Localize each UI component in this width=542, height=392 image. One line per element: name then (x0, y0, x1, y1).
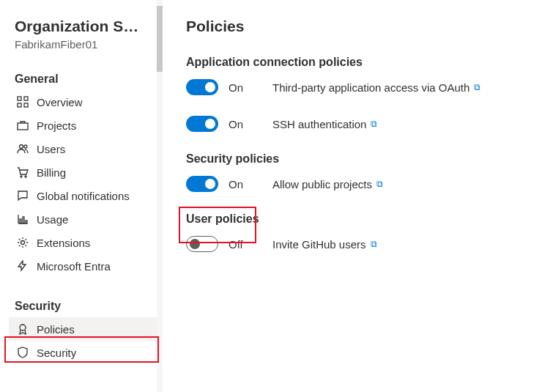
briefcase-icon (16, 119, 29, 132)
policy-row-oauth: On Third-party application access via OA… (186, 79, 527, 95)
users-icon (16, 142, 29, 155)
toggle-public-projects[interactable] (186, 176, 218, 192)
section-security-policies: Security policies (186, 152, 527, 166)
policy-desc-text: Invite GitHub users (272, 238, 366, 251)
grid-icon (16, 95, 29, 108)
chat-icon (16, 189, 29, 202)
svg-rect-4 (18, 123, 28, 130)
sidebar-item-notifications[interactable]: Global notifications (15, 184, 163, 207)
policy-row-public-projects: On Allow public projects ⧉ (186, 176, 527, 192)
svg-rect-11 (26, 221, 27, 223)
svg-rect-3 (24, 103, 28, 107)
sidebar-item-overview[interactable]: Overview (15, 90, 163, 114)
toggle-oauth[interactable] (186, 79, 218, 95)
org-settings-title: Organization S… (15, 18, 163, 35)
sidebar-item-extensions[interactable]: Extensions (15, 231, 163, 254)
gear-icon (16, 236, 29, 249)
svg-point-7 (21, 176, 22, 177)
badge-icon (16, 322, 29, 336)
section-general-header: General (15, 73, 163, 86)
section-security-header: Security (15, 300, 163, 313)
toggle-state-label: On (229, 118, 249, 130)
entra-icon (16, 259, 29, 273)
org-name: FabrikamFiber01 (15, 38, 163, 51)
sidebar-item-billing[interactable]: Billing (15, 160, 163, 184)
sidebar-item-label: Overview (37, 96, 83, 108)
sidebar-item-users[interactable]: Users (15, 137, 163, 160)
scrollbar-thumb[interactable] (157, 6, 163, 72)
sidebar-item-label: Policies (37, 323, 75, 336)
section-app-connection: Application connection policies (186, 56, 527, 69)
sidebar: Organization S… FabrikamFiber01 General … (0, 0, 163, 392)
policy-desc-text: Allow public projects (272, 178, 372, 191)
highlight-public-projects-toggle (179, 207, 256, 243)
sidebar-item-label: Projects (37, 119, 76, 132)
highlight-policies-nav (4, 336, 159, 363)
sidebar-item-label: Global notifications (37, 190, 130, 202)
svg-point-12 (21, 241, 25, 245)
policy-row-ssh: On SSH authentication ⧉ (186, 116, 527, 132)
sidebar-item-label: Extensions (37, 237, 90, 249)
cart-icon (16, 166, 29, 179)
svg-point-5 (20, 145, 23, 149)
svg-point-6 (24, 145, 27, 148)
toggle-ssh[interactable] (186, 116, 218, 132)
sidebar-scrollbar[interactable] (157, 0, 163, 392)
main-content: Policies Application connection policies… (163, 0, 542, 392)
sidebar-item-projects[interactable]: Projects (15, 114, 163, 137)
svg-point-13 (20, 325, 26, 330)
svg-rect-0 (18, 97, 21, 100)
svg-point-8 (25, 176, 26, 177)
policy-desc-text: Third-party application access via OAuth (272, 81, 469, 94)
chart-icon (16, 212, 29, 226)
link-icon[interactable]: ⧉ (474, 82, 480, 92)
link-icon[interactable]: ⧉ (371, 119, 377, 129)
toggle-state-label: On (229, 178, 249, 191)
toggle-state-label: On (229, 81, 249, 94)
policy-desc-text: SSH authentication (272, 118, 366, 130)
sidebar-item-entra[interactable]: Microsoft Entra (15, 254, 163, 278)
sidebar-item-label: Usage (37, 213, 68, 226)
page-title: Policies (186, 18, 527, 35)
svg-rect-1 (24, 97, 28, 100)
svg-rect-2 (18, 103, 21, 107)
svg-rect-10 (23, 217, 24, 223)
sidebar-item-label: Microsoft Entra (37, 260, 111, 273)
sidebar-item-label: Billing (37, 166, 66, 179)
link-icon[interactable]: ⧉ (371, 239, 377, 249)
sidebar-item-label: Users (37, 143, 65, 155)
svg-rect-9 (20, 219, 21, 223)
link-icon[interactable]: ⧉ (376, 179, 383, 189)
sidebar-item-usage[interactable]: Usage (15, 207, 163, 231)
